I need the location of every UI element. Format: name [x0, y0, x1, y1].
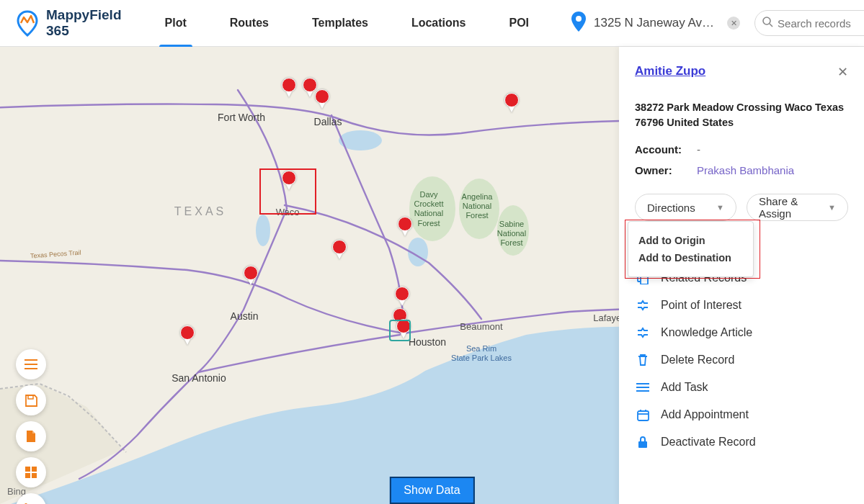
svg-rect-13 [28, 395, 33, 399]
knowledge-icon [635, 326, 651, 339]
map-pin[interactable] [180, 325, 195, 346]
tool-file-icon[interactable] [16, 421, 46, 451]
action-knowledge-article[interactable]: Knowledge Article [635, 319, 848, 346]
lock-icon [635, 436, 651, 449]
calendar-icon [635, 409, 651, 421]
tool-save-icon[interactable] [16, 385, 46, 415]
nav-plot[interactable]: Plot [143, 0, 208, 47]
city-label: Beaumont [460, 321, 502, 332]
main-nav: Plot Routes Templates Locations POI [143, 0, 551, 47]
map-pin[interactable] [244, 266, 258, 286]
action-add-appointment[interactable]: Add Appointment [635, 401, 848, 428]
add-to-origin[interactable]: Add to Origin [638, 232, 743, 249]
city-label: Houston [409, 336, 446, 348]
search-input[interactable] [778, 17, 864, 30]
forest-label: Sea RimState Park Lakes [451, 344, 512, 363]
svg-rect-29 [638, 411, 649, 420]
owner-value[interactable]: Prakash Bambhania [697, 164, 794, 176]
trash-icon [635, 354, 651, 366]
map-pin[interactable] [282, 78, 296, 98]
map-pin[interactable] [504, 93, 519, 113]
action-delete-record[interactable]: Delete Record [635, 346, 848, 374]
nav-poi[interactable]: POI [487, 0, 551, 47]
waco-highlight-rect [259, 168, 316, 215]
poi-icon [635, 299, 651, 312]
state-label: TEXAS [174, 205, 226, 218]
svg-point-5 [256, 215, 270, 246]
location-text: 1325 N Janeway Ave, … [594, 16, 720, 30]
action-deactivate-record[interactable]: Deactivate Record [635, 428, 848, 456]
city-label: Austin [231, 310, 259, 322]
action-label: Add Task [661, 381, 708, 394]
account-label: Account: [635, 143, 687, 156]
clear-location-icon[interactable]: ✕ [727, 17, 740, 30]
svg-rect-16 [25, 473, 30, 478]
nav-locations[interactable]: Locations [390, 0, 488, 47]
action-label: Point of Interest [661, 299, 741, 312]
action-point-of-interest[interactable]: Point of Interest [635, 292, 848, 319]
tool-list-icon[interactable] [16, 349, 46, 379]
record-panel: Amitie Zupo ✕ 38272 Park Meadow Crossing… [619, 47, 864, 504]
task-icon [635, 382, 651, 392]
directions-dropdown[interactable]: Directions ▼ [635, 194, 736, 221]
map-tool-column [16, 349, 46, 504]
map-pin[interactable] [395, 287, 409, 307]
tool-listdetail-icon[interactable] [16, 493, 46, 504]
nav-routes[interactable]: Routes [208, 0, 290, 47]
close-panel-icon[interactable]: ✕ [837, 64, 848, 80]
record-title-link[interactable]: Amitie Zupo [635, 64, 705, 78]
tool-grid-icon[interactable] [16, 457, 46, 487]
svg-line-2 [770, 24, 772, 27]
brand-name: MappyField 365 [46, 7, 122, 39]
svg-rect-15 [32, 467, 37, 472]
svg-rect-33 [638, 441, 647, 448]
chevron-down-icon: ▼ [716, 203, 724, 212]
chevron-down-icon: ▼ [828, 203, 836, 212]
directions-menu: Add to Origin Add to Destination [628, 221, 754, 277]
city-label: Dallas [314, 116, 342, 127]
location-pin-icon [571, 12, 587, 35]
action-add-task[interactable]: Add Task [635, 374, 848, 401]
share-label: Share & Assign [759, 195, 828, 220]
houston-highlight [389, 320, 411, 341]
logo-icon [13, 9, 42, 37]
map-pin[interactable] [398, 217, 412, 237]
account-value: - [697, 143, 700, 156]
map-pin[interactable] [315, 89, 329, 109]
city-label: Fort Worth [218, 112, 265, 123]
search-records[interactable]: ✕ [754, 10, 864, 36]
action-label: Deactivate Record [661, 436, 756, 449]
action-label: Knowledge Article [661, 326, 752, 339]
svg-point-0 [576, 16, 582, 22]
app-header: MappyField 365 Plot Routes Templates Loc… [0, 0, 864, 47]
directions-label: Directions [647, 202, 695, 214]
action-label: Delete Record [661, 354, 734, 366]
show-data-button[interactable]: Show Data [389, 477, 474, 504]
current-location[interactable]: 1325 N Janeway Ave, … ✕ [571, 12, 740, 35]
forest-label: DavyCrockettNationalForest [414, 190, 444, 228]
record-address: 38272 Park Meadow Crossing Waco Texas 76… [635, 100, 848, 130]
svg-rect-17 [32, 473, 37, 478]
forest-label: AngelinaNationalForest [462, 192, 493, 221]
svg-point-1 [763, 17, 770, 24]
share-assign-dropdown[interactable]: Share & Assign ▼ [747, 194, 848, 221]
svg-rect-14 [25, 467, 30, 472]
brand-logo[interactable]: MappyField 365 [13, 7, 122, 39]
add-to-destination[interactable]: Add to Destination [638, 249, 743, 266]
search-icon [762, 17, 773, 30]
main-area: TEXAS Texas Pecos Trail Fort WorthDallas… [0, 47, 864, 504]
record-actions: Related Records Point of Interest Knowle… [635, 264, 848, 456]
action-label: Add Appointment [661, 408, 749, 421]
owner-label: Owner: [635, 164, 687, 176]
map-pin[interactable] [332, 240, 347, 260]
forest-label: SabineNationalForest [497, 220, 526, 248]
nav-templates[interactable]: Templates [290, 0, 390, 47]
city-label: San Antonio [172, 372, 226, 384]
